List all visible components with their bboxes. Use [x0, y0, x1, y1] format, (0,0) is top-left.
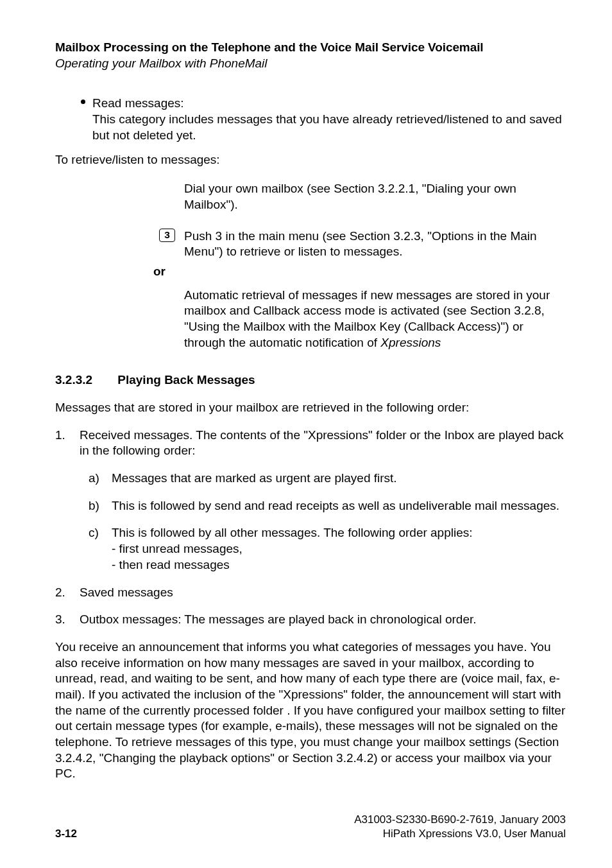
ol-sub-a: a) Messages that are marked as urgent ar… — [89, 471, 566, 487]
ol-sub-c-line1: - first unread messages, — [112, 541, 566, 557]
bullet-icon — [81, 100, 92, 104]
ol-sub-c-num: c) — [89, 525, 112, 541]
footer-page-number: 3-12 — [55, 827, 77, 841]
page-title: Mailbox Processing on the Telephone and … — [55, 40, 566, 56]
paragraph-retrieve-order: Messages that are stored in your mailbox… — [55, 400, 566, 416]
ol-sub-b: b) This is followed by send and read rec… — [89, 498, 566, 514]
ol-sub-c-line2: - then read messages — [112, 557, 566, 573]
section-number-3232: 3.2.3.2 — [55, 372, 114, 388]
ol-body-2: Saved messages — [80, 585, 566, 601]
ol-sub-b-body: This is followed by send and read receip… — [112, 498, 566, 514]
step-auto-italic: Xpressions — [380, 336, 441, 349]
page-footer: 3-12 A31003-S2330-B690-2-7619, January 2… — [55, 813, 566, 841]
bullet-read-label: Read messages: — [92, 96, 566, 112]
ol-num-1: 1. — [55, 428, 80, 444]
retrieve-lead: To retrieve/listen to messages: — [55, 152, 566, 168]
footer-doc-id: A31003-S2330-B690-2-7619, January 2003 — [354, 813, 566, 827]
step-dial-row: Dial your own mailbox (see Section 3.2.2… — [55, 181, 566, 213]
ol-num-3: 3. — [55, 612, 80, 628]
step-push3-row: 3 Push 3 in the main menu (see Section 3… — [55, 229, 566, 260]
ol-item-2: 2. Saved messages — [55, 585, 566, 601]
ol-num-2: 2. — [55, 585, 80, 601]
ol-body-3: Outbox messages: The messages are played… — [80, 612, 566, 628]
step-or-label: or — [55, 264, 566, 280]
keycap-3-icon: 3 — [159, 229, 175, 242]
ol-sub-c-body: This is followed by all other messages. … — [112, 525, 566, 541]
ol-sub-a-body: Messages that are marked as urgent are p… — [112, 471, 566, 487]
step-auto-text: Automatic retrieval of messages if new m… — [184, 288, 550, 349]
ol-sub-b-num: b) — [89, 498, 112, 514]
ol-sub-c: c) This is followed by all other message… — [89, 525, 566, 573]
ol-sub-a-num: a) — [89, 471, 112, 487]
step-dial-text: Dial your own mailbox (see Section 3.2.2… — [184, 181, 566, 213]
bullet-read-body: This category includes messages that you… — [92, 112, 566, 143]
ol-item-1: 1. Received messages. The contents of th… — [55, 428, 566, 459]
paragraph-announcement: You receive an announcement that informs… — [55, 639, 566, 782]
bullet-read-messages: Read messages: This category includes me… — [55, 96, 566, 143]
ol-body-1: Received messages. The contents of the "… — [80, 428, 566, 459]
footer-product: HiPath Xpressions V3.0, User Manual — [354, 827, 566, 841]
section-title-3232: Playing Back Messages — [117, 373, 255, 386]
page-subtitle: Operating your Mailbox with PhoneMail — [55, 56, 566, 72]
step-push3-text: Push 3 in the main menu (see Section 3.2… — [184, 229, 566, 260]
ol-item-3: 3. Outbox messages: The messages are pla… — [55, 612, 566, 628]
step-auto-row: Automatic retrieval of messages if new m… — [55, 288, 566, 351]
